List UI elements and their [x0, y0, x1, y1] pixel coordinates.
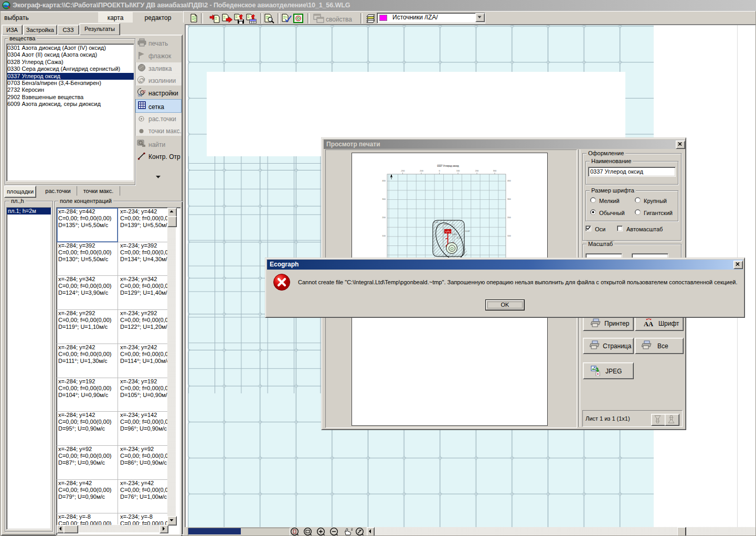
svg-text:01: 01: [138, 93, 142, 97]
svg-text:AA: AA: [644, 320, 653, 327]
svg-text:100: 100: [456, 169, 460, 172]
svg-text:0,04: 0,04: [452, 233, 457, 235]
svg-text:0: 0: [439, 169, 440, 172]
svg-text:300: 300: [382, 198, 386, 200]
svg-text:200: 200: [507, 216, 511, 219]
svg-text:200: 200: [382, 216, 386, 219]
svg-text:0,02: 0,02: [444, 223, 449, 226]
svg-text:02: 02: [142, 90, 146, 93]
svg-text:02: 02: [142, 78, 145, 81]
svg-text:400: 400: [382, 179, 386, 182]
svg-text:300: 300: [493, 169, 497, 172]
svg-text:300: 300: [507, 198, 511, 200]
svg-text:200: 200: [475, 169, 479, 172]
svg-text:0,02: 0,02: [434, 221, 439, 223]
svg-text:-200: -200: [400, 169, 405, 172]
svg-text:0,02: 0,02: [465, 230, 470, 232]
svg-text:01: 01: [139, 81, 142, 84]
svg-text:-100: -100: [419, 169, 424, 172]
svg-text:100: 100: [507, 234, 511, 237]
svg-text:400: 400: [507, 179, 511, 182]
svg-text:0337 Углерод оксид: 0337 Углерод оксид: [437, 165, 459, 167]
svg-text:100: 100: [382, 234, 386, 237]
svg-text:0,1: 0,1: [457, 237, 461, 239]
